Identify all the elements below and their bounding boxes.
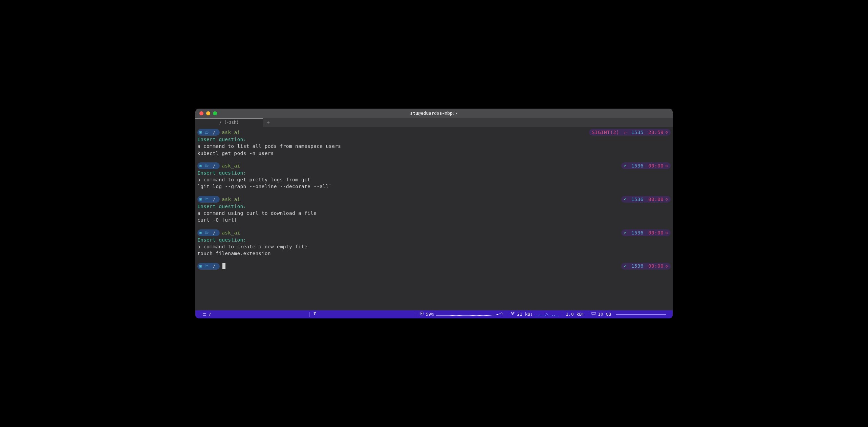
terminal-window: stu@eduardos-mbp:/ / (-zsh) + ▣ 🗁 / ask_…: [195, 109, 673, 318]
status-pill: ✔ 1536 00:00 ◷: [621, 263, 671, 270]
question-label: Insert question:: [197, 136, 671, 143]
status-count: 1536: [631, 162, 644, 169]
statusbar: 🗀 / 59% 21 kB↓: [195, 310, 673, 318]
tabbar: / (-zsh) +: [195, 118, 673, 127]
ram-sparkline: [616, 314, 666, 315]
check-icon: ✔: [624, 196, 627, 202]
shell-icon: ▣: [199, 130, 202, 135]
shell-segment: ▣ 🗁 /: [197, 162, 220, 169]
question-label: Insert question:: [197, 170, 671, 176]
dir-path: /: [213, 196, 216, 203]
command-text: ask_ai: [222, 162, 240, 169]
sb-ram-value: 10 GB: [598, 311, 611, 317]
network-icon: [511, 311, 515, 317]
status-time: 00:00: [648, 196, 664, 203]
command-text: ask_ai: [222, 196, 240, 203]
command-text: ask_ai: [222, 229, 240, 236]
answer-text: `git log --graph --oneline --decorate --…: [197, 183, 671, 190]
tab-label: / (-zsh): [219, 120, 239, 126]
status-time: 00:00: [648, 162, 664, 169]
sb-folder-path: /: [209, 311, 211, 317]
add-tab-button[interactable]: +: [263, 118, 273, 127]
check-icon: ✔: [624, 230, 627, 235]
status-pill: SIGINT(2) ↵ 1535 23:59 ◷: [589, 129, 671, 136]
shell-segment: ▣ 🗁 /: [197, 129, 220, 136]
git-branch-icon: [313, 311, 318, 317]
close-button[interactable]: [199, 111, 203, 115]
shell-segment: ▣ 🗁 /: [197, 196, 220, 203]
command-block: ▣ 🗁 / ask_ai ✔ 1536 00:00 ◷ Insert quest…: [197, 162, 671, 190]
return-icon: ↵: [624, 130, 627, 135]
svg-rect-1: [421, 313, 422, 314]
titlebar[interactable]: stu@eduardos-mbp:/: [195, 109, 673, 118]
status-time: 00:00: [648, 229, 664, 236]
clock-icon: ◷: [666, 230, 668, 235]
shell-segment: ▣ 🗁 /: [197, 229, 220, 236]
dir-path: /: [213, 129, 216, 136]
dir-path: /: [213, 229, 216, 236]
status-pill: ✔ 1536 00:00 ◷: [621, 162, 671, 169]
command-block: ▣ 🗁 / ask_ai SIGINT(2) ↵ 1535 23:59 ◷ In…: [197, 129, 671, 157]
status-pill: ✔ 1536 00:00 ◷: [621, 229, 671, 236]
traffic-lights: [199, 111, 217, 115]
shell-icon: ▣: [199, 230, 202, 235]
answer-text: kubectl get pods -n users: [197, 150, 671, 157]
shell-icon: ▣: [199, 163, 202, 168]
dir-path: /: [213, 263, 216, 269]
status-count: 1536: [631, 229, 644, 236]
cursor[interactable]: [222, 263, 225, 269]
sb-net-up[interactable]: 1.0 kB↑: [562, 310, 588, 318]
sb-ram[interactable]: 10 GB: [588, 310, 669, 318]
status-time: 00:00: [648, 263, 664, 269]
shell-icon: ▣: [199, 264, 202, 269]
question-label: Insert question:: [197, 203, 671, 210]
clock-icon: ◷: [666, 197, 668, 202]
question-text: a command to list all pods from namespac…: [197, 143, 671, 150]
check-icon: ✔: [624, 163, 627, 168]
folder-icon: 🗁: [204, 196, 209, 202]
answer-text: touch filename.extension: [197, 250, 671, 257]
sb-net-down-value: 21 kB↓: [517, 311, 533, 317]
sb-folder[interactable]: 🗀 /: [199, 310, 215, 318]
tab-zsh[interactable]: / (-zsh): [195, 118, 263, 127]
svg-rect-3: [513, 312, 514, 313]
command-text: ask_ai: [222, 129, 240, 136]
command-block: ▣ 🗁 / ask_ai ✔ 1536 00:00 ◷ Insert quest…: [197, 196, 671, 224]
cpu-icon: [419, 311, 424, 317]
terminal-content[interactable]: ▣ 🗁 / ask_ai SIGINT(2) ↵ 1535 23:59 ◷ In…: [195, 127, 673, 310]
clock-icon: ◷: [666, 264, 668, 269]
folder-icon: 🗀: [202, 311, 207, 317]
dir-path: /: [213, 162, 216, 169]
sb-branch[interactable]: [310, 310, 321, 318]
question-text: a command to create a new empty file: [197, 243, 671, 250]
folder-icon: 🗁: [204, 163, 209, 168]
svg-rect-4: [512, 314, 513, 315]
status-count: 1536: [631, 196, 644, 203]
folder-icon: 🗁: [204, 230, 209, 235]
question-label: Insert question:: [197, 237, 671, 243]
current-prompt: ▣ 🗁 / ✔ 1536 00:00 ◷: [197, 263, 671, 270]
cpu-sparkline: [436, 312, 503, 317]
folder-icon: 🗁: [204, 263, 209, 269]
status-time: 23:59: [648, 129, 664, 136]
sb-cpu-value: 59%: [426, 311, 434, 317]
svg-rect-5: [592, 312, 595, 314]
shell-segment: ▣ 🗁 /: [197, 263, 220, 270]
status-count: 1536: [631, 263, 644, 269]
sb-net-down[interactable]: 21 kB↓: [507, 310, 562, 318]
window-title: stu@eduardos-mbp:/: [410, 110, 458, 116]
clock-icon: ◷: [666, 163, 668, 168]
status-pill: ✔ 1536 00:00 ◷: [621, 196, 671, 203]
net-down-sparkline: [535, 312, 559, 317]
svg-rect-2: [511, 312, 512, 313]
minimize-button[interactable]: [206, 111, 210, 115]
folder-icon: 🗁: [204, 130, 209, 135]
question-text: a command using curl to download a file: [197, 210, 671, 217]
answer-text: curl -O [url]: [197, 217, 671, 223]
sb-cpu[interactable]: 59%: [416, 310, 507, 318]
question-text: a command to get pretty logs from git: [197, 176, 671, 183]
check-icon: ✔: [624, 263, 627, 269]
fullscreen-button[interactable]: [213, 111, 217, 115]
command-block: ▣ 🗁 / ask_ai ✔ 1536 00:00 ◷ Insert quest…: [197, 229, 671, 257]
status-count: 1535: [631, 129, 644, 136]
